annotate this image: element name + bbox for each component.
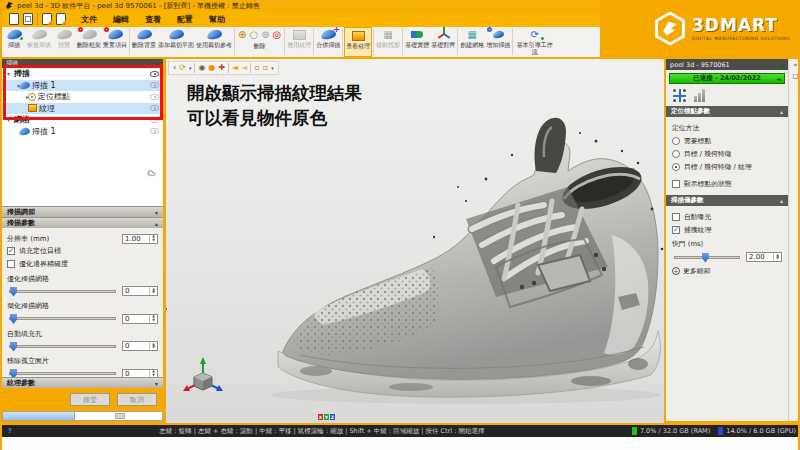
help-icon[interactable]: ? — [8, 427, 12, 435]
selection-lasso-icon[interactable]: ▫ — [263, 64, 268, 72]
tree-item-mesh-scan1[interactable]: 掃描 1 — [2, 126, 163, 138]
visibility-eye-icon[interactable] — [150, 117, 159, 123]
shaded-view-icon[interactable]: ◉ — [198, 64, 205, 72]
simplify-mesh-spinner[interactable]: 0 ▲▼ — [122, 314, 158, 324]
scan-adjust-header[interactable]: 掃描調節 ▾ — [2, 206, 163, 217]
auto-fill-holes-slider[interactable] — [9, 345, 116, 348]
reset-project-button[interactable]: 重置項目 — [102, 27, 128, 57]
main-toolbar: 掃描 恢復掃描 預覽 刪除框架 重置項目 刪除背景 添加裁切平面 使 — [2, 27, 602, 57]
scanner-params-header[interactable]: 掃描儀參數 ▴ — [666, 195, 788, 206]
menu-file[interactable]: 文件 — [81, 14, 97, 25]
visibility-eye-icon[interactable] — [150, 128, 159, 134]
visibility-eye-icon[interactable] — [150, 71, 159, 77]
scan-params-header[interactable]: 掃描參數 ▴ — [2, 217, 163, 228]
new-project-icon[interactable] — [9, 13, 19, 25]
add-scan-button[interactable]: 增加掃描 — [485, 27, 511, 57]
preview-button: 預覽 — [52, 27, 76, 57]
show-targets-status-checkbox[interactable]: ✓ — [672, 180, 680, 188]
delete-rings-icon[interactable]: ⊚ — [261, 30, 269, 40]
scrollbar-handle[interactable] — [3, 412, 75, 420]
optimize-mesh-spinner[interactable]: 0 ▲▼ — [122, 286, 158, 296]
panel-collapse-icon[interactable]: ▴ — [156, 60, 159, 67]
cancel-button[interactable]: 取消 — [117, 393, 157, 406]
menu-config[interactable]: 配置 — [177, 14, 193, 25]
sensitivity-icon[interactable] — [694, 89, 705, 102]
visibility-eye-icon[interactable] — [150, 94, 159, 100]
texture-params-header[interactable]: 紋理參數 ▾ — [2, 377, 163, 388]
basic-solid-button[interactable]: 基礎實體 — [404, 27, 430, 57]
positioning-params-header[interactable]: 定位標點參數 ▴ — [666, 106, 788, 117]
chevron-up-icon: ▴ — [780, 108, 783, 115]
delete-scope-icon[interactable]: ◎ — [273, 30, 282, 40]
menu-help[interactable]: 幫助 — [209, 14, 225, 25]
auto-exposure-checkbox[interactable]: ✓ — [672, 213, 680, 221]
tree-group-scan[interactable]: ▾ 掃描 — [2, 68, 163, 80]
fill-targets-checkbox[interactable]: ✓ — [7, 247, 15, 255]
calibration-icon[interactable] — [673, 89, 686, 102]
dropdown-icon[interactable]: ▾ — [189, 66, 192, 71]
merge-scans-icon: + — [317, 28, 339, 41]
dropdown-icon[interactable]: ▾ — [271, 66, 274, 71]
delete-targets-icon[interactable]: ⊕ — [238, 30, 246, 40]
tree-expander-icon[interactable]: ▸ — [5, 93, 26, 100]
export-icon[interactable] — [56, 13, 66, 25]
textured-view-icon[interactable]: ● — [208, 64, 215, 72]
accept-button[interactable]: 接受 — [70, 393, 110, 406]
shutter-spinner[interactable]: 2.00 ▲▼ — [746, 252, 782, 262]
tree-item-texture[interactable]: 紋理 — [2, 103, 163, 115]
resolution-spinner[interactable]: 1.00 ▲▼ — [122, 234, 158, 244]
tree-item-targets[interactable]: ▸ 定位標點 — [2, 91, 163, 103]
radio-targets-required[interactable] — [672, 137, 680, 145]
panel-collapse-icon[interactable]: ▴ — [781, 61, 784, 68]
shutter-slider[interactable] — [674, 256, 740, 259]
view-texture-button[interactable]: 查看紋理 — [344, 27, 372, 57]
save-project-icon[interactable] — [23, 13, 33, 25]
use-clipping-reference-button[interactable]: 使用裁切參考 — [195, 27, 233, 57]
radio-targets-geometry[interactable] — [672, 150, 680, 158]
axes-toggle-icon[interactable]: ✚ — [218, 64, 225, 72]
visibility-eye-icon[interactable] — [150, 105, 159, 111]
auto-fill-holes-spinner[interactable]: 0 ▲▼ — [122, 341, 158, 351]
3d-viewport[interactable]: ‹ ⟳ ▾ ◉ ● ✚ ◄ ◄ ▫ ▫ ▾ 開啟顯示掃描紋理結果 可以看見物件原… — [166, 59, 664, 423]
tree-item-scan1[interactable]: ▾ 掃描 1 — [2, 80, 163, 92]
delete-circle-icon[interactable]: ○ — [249, 30, 258, 40]
panel-menu-icon[interactable]: » — [793, 61, 797, 69]
guided-workflow-button[interactable]: ⟳ 基本引導工作流 — [514, 27, 555, 57]
mouse-cursor: ► — [148, 167, 158, 179]
capture-texture-checkbox[interactable]: ✓ — [672, 226, 680, 234]
radio-targets-geometry-texture[interactable] — [672, 163, 680, 171]
simplify-mesh-slider[interactable] — [9, 317, 116, 320]
menu-view[interactable]: 查看 — [145, 14, 161, 25]
collapse-panel-icon[interactable]: ‹ — [173, 64, 176, 72]
delete-background-button[interactable]: 刪除背景 — [131, 27, 157, 57]
basic-alignment-button[interactable]: 基礎對齊 — [430, 27, 456, 57]
delete-frames-button[interactable]: 刪除框架 — [76, 27, 102, 57]
horizontal-scrollbar[interactable] — [2, 411, 163, 421]
tree-group-mesh[interactable]: ▾ 網格 — [2, 114, 163, 126]
scan-icon — [18, 127, 30, 136]
optimize-mesh-slider[interactable] — [9, 290, 116, 293]
next-view-icon[interactable]: ◄ — [241, 64, 247, 72]
remove-isolated-patches-spinner[interactable]: 0 ▲▼ — [122, 369, 158, 378]
tree-expander-icon[interactable]: ▾ — [5, 82, 17, 89]
remove-isolated-patches-slider[interactable] — [9, 372, 116, 375]
tree-expander-icon[interactable]: ▾ — [5, 70, 12, 77]
optimize-boundary-checkbox[interactable]: ✓ — [7, 260, 15, 268]
scan-button[interactable]: 掃描 — [2, 27, 26, 57]
prev-view-icon[interactable]: ◄ — [232, 64, 238, 72]
import-icon[interactable] — [42, 13, 52, 25]
visibility-eye-icon[interactable] — [150, 82, 159, 88]
rotate-view-icon[interactable]: ⟳ — [179, 64, 186, 72]
panel-float-icon[interactable]: ◻ — [793, 72, 799, 80]
tree-expander-icon[interactable]: ▾ — [5, 116, 12, 123]
merge-scans-button[interactable]: + 合併掃描 — [315, 27, 341, 57]
menu-edit[interactable]: 編輯 — [113, 14, 129, 25]
speaker-icon[interactable]: ◄ — [776, 75, 784, 83]
more-details-link[interactable]: + 更多細節 — [672, 266, 782, 276]
selection-box-icon[interactable]: ▫ — [254, 64, 259, 72]
method-label: 定位方法 — [672, 123, 699, 133]
add-clipping-plane-button[interactable]: 添加裁切平面 — [157, 27, 195, 57]
orientation-gizmo[interactable] — [182, 355, 224, 401]
create-mesh-button[interactable]: ▦ 創建網格 — [459, 27, 485, 57]
basic-alignment-icon — [432, 28, 454, 41]
